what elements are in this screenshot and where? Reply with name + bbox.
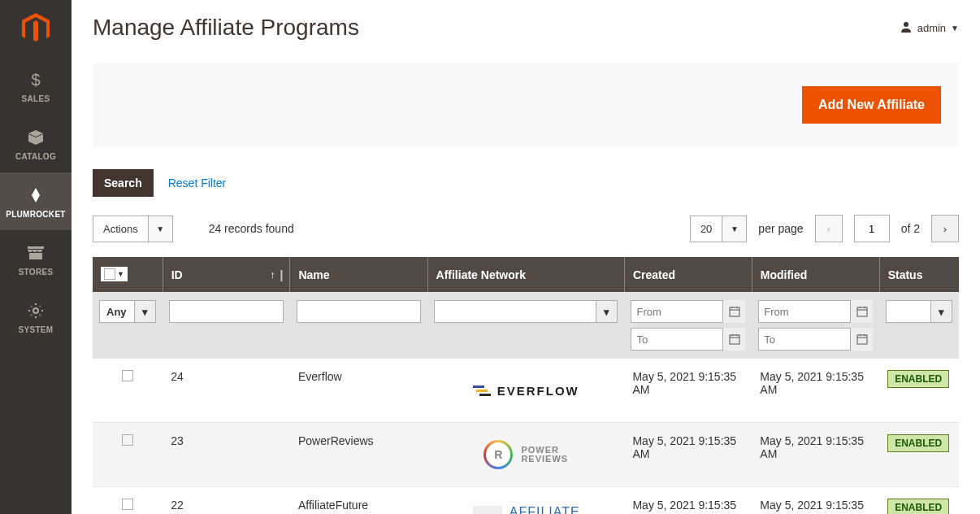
svg-point-1 — [33, 308, 38, 313]
table-row[interactable]: 22 AffiliateFuture AFFILIATEFUTURE May 5… — [93, 487, 959, 515]
action-bar: Add New Affiliate — [93, 63, 959, 146]
calendar-icon[interactable] — [722, 328, 745, 351]
everflow-logo: EVERFLOW — [436, 370, 616, 411]
cell-network: AFFILIATEFUTURE — [427, 487, 624, 515]
sidebar-item-stores[interactable]: STORES — [0, 230, 72, 288]
magento-logo[interactable] — [0, 0, 72, 57]
cell-created: May 5, 2021 9:15:35 AM — [624, 359, 752, 423]
total-pages-text: of 2 — [901, 222, 920, 235]
cell-status: ENABLED — [879, 487, 959, 515]
sidebar-item-label: SALES — [22, 94, 50, 103]
svg-rect-10 — [857, 307, 867, 316]
svg-rect-6 — [730, 335, 739, 344]
search-button[interactable]: Search — [93, 169, 154, 197]
actions-label: Actions — [93, 216, 149, 242]
prev-page-button[interactable]: ‹ — [815, 215, 843, 242]
box-icon — [27, 126, 45, 149]
column-checkbox-header[interactable]: ▼ — [93, 257, 163, 292]
admin-sidebar: $ SALES CATALOG PLUMROCKET STORES SYSTEM — [0, 0, 72, 514]
sidebar-item-label: CATALOG — [15, 152, 56, 161]
filter-status-select[interactable]: ▾ — [886, 300, 952, 323]
per-page-select[interactable]: 20 ▼ — [690, 216, 747, 242]
affiliates-grid: ▼ ID ↑ | Name Affiliate Network Created … — [93, 257, 959, 514]
next-page-button[interactable]: › — [931, 215, 959, 242]
cell-created: May 5, 2021 9:15:35 AM — [624, 487, 752, 515]
cell-network: EVERFLOW — [427, 359, 624, 423]
column-id-header[interactable]: ID ↑ | — [163, 257, 290, 292]
sidebar-item-label: STORES — [19, 268, 54, 277]
cell-id: 22 — [163, 487, 290, 515]
caret-down-icon[interactable]: ▾ — [596, 300, 618, 323]
column-name-header[interactable]: Name — [290, 257, 427, 292]
caret-down-icon[interactable]: ▼ — [722, 216, 747, 242]
row-checkbox[interactable] — [122, 370, 133, 381]
storefront-icon — [26, 242, 46, 264]
add-new-affiliate-button[interactable]: Add New Affiliate — [802, 86, 941, 124]
caret-down-icon[interactable]: ▾ — [931, 300, 952, 323]
status-badge: ENABLED — [887, 434, 949, 452]
svg-rect-14 — [857, 335, 867, 344]
column-status-header[interactable]: Status — [879, 257, 959, 292]
filter-checkbox-select[interactable]: Any ▾ — [99, 300, 156, 323]
status-badge: ENABLED — [887, 499, 949, 514]
grid-toolbar-top: Search Reset Filter — [93, 169, 959, 197]
calendar-icon[interactable] — [722, 300, 745, 323]
user-icon — [900, 20, 913, 36]
sidebar-item-sales[interactable]: $ SALES — [0, 57, 72, 115]
gear-icon — [27, 299, 45, 322]
grid-toolbar-second: Actions ▼ 24 records found 20 ▼ per page… — [93, 215, 959, 242]
affiliatefuture-logo: AFFILIATEFUTURE — [436, 499, 616, 514]
sidebar-item-label: PLUMROCKET — [6, 210, 66, 219]
cell-modified: May 5, 2021 9:15:35 AM — [752, 423, 879, 487]
user-name: admin — [917, 22, 946, 34]
select-all-checkbox[interactable] — [104, 268, 115, 280]
records-found-text: 24 records found — [209, 222, 294, 235]
sidebar-item-plumrocket[interactable]: PLUMROCKET — [0, 172, 72, 230]
cell-status: ENABLED — [879, 359, 959, 423]
sidebar-item-system[interactable]: SYSTEM — [0, 288, 72, 346]
row-checkbox[interactable] — [122, 434, 133, 446]
per-page-label: per page — [758, 222, 803, 235]
filter-network-select[interactable]: ▾ — [434, 300, 618, 323]
caret-down-icon[interactable]: ▾ — [135, 300, 156, 323]
filter-id-input[interactable] — [169, 300, 284, 323]
current-page-input[interactable] — [854, 215, 890, 242]
plum-icon — [27, 184, 45, 207]
cell-created: May 5, 2021 9:15:35 AM — [624, 423, 752, 487]
sort-asc-icon: ↑ — [270, 269, 275, 281]
chevron-right-icon: › — [943, 223, 947, 235]
table-row[interactable]: 23 PowerReviews R POWERREVIEWS May 5, 20… — [93, 423, 959, 487]
page-title: Manage Affiliate Programs — [93, 15, 359, 41]
column-modified-header[interactable]: Modified — [752, 257, 879, 292]
caret-down-icon[interactable]: ▼ — [117, 270, 124, 278]
caret-down-icon: ▼ — [951, 24, 959, 33]
column-created-header[interactable]: Created — [624, 257, 752, 292]
cell-id: 23 — [163, 423, 290, 487]
column-network-header[interactable]: Affiliate Network — [427, 257, 624, 292]
cell-name: Everflow — [290, 359, 427, 423]
chevron-left-icon: ‹ — [826, 223, 830, 235]
caret-down-icon[interactable]: ▼ — [149, 216, 173, 242]
row-checkbox[interactable] — [122, 499, 133, 510]
cell-modified: May 5, 2021 9:15:35 AM — [752, 359, 879, 423]
per-page-value: 20 — [690, 216, 722, 242]
filter-name-input[interactable] — [297, 300, 421, 323]
status-badge: ENABLED — [887, 370, 949, 388]
sidebar-item-catalog[interactable]: CATALOG — [0, 115, 72, 172]
reset-filter-link[interactable]: Reset Filter — [168, 176, 227, 189]
powerreviews-logo: R POWERREVIEWS — [436, 434, 616, 475]
calendar-icon[interactable] — [850, 300, 873, 323]
mass-actions-select[interactable]: Actions ▼ — [93, 216, 173, 242]
sidebar-item-label: SYSTEM — [19, 325, 54, 334]
cell-id: 24 — [163, 359, 290, 423]
page-header: Manage Affiliate Programs admin ▼ — [93, 15, 959, 41]
dollar-icon: $ — [28, 68, 43, 91]
svg-rect-2 — [730, 307, 739, 316]
table-row[interactable]: 24 Everflow EVERFLOW May 5, 2021 9:15:35… — [93, 359, 959, 423]
cell-name: PowerReviews — [290, 423, 427, 487]
svg-text:$: $ — [31, 71, 40, 89]
cell-network: R POWERREVIEWS — [427, 423, 624, 487]
calendar-icon[interactable] — [850, 328, 873, 351]
user-menu[interactable]: admin ▼ — [900, 20, 959, 36]
cell-name: AffiliateFuture — [290, 487, 427, 515]
